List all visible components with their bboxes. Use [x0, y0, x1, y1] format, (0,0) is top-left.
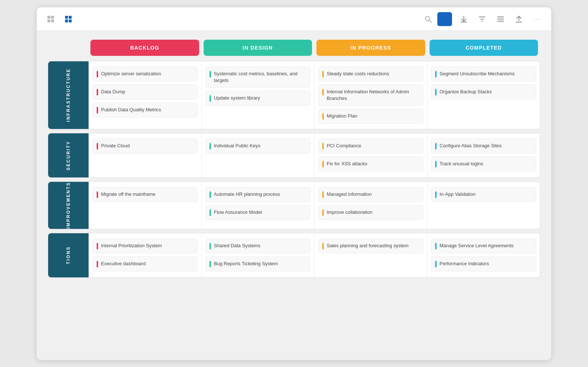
- grid-view-button[interactable]: [62, 12, 75, 26]
- card-bar: [322, 113, 324, 120]
- card-text: Shared Data Systems: [214, 242, 260, 249]
- card-bar: [435, 89, 437, 96]
- card[interactable]: Migration Plan: [318, 109, 423, 124]
- card-bar: [97, 261, 98, 267]
- card[interactable]: Improve collaboration: [318, 205, 423, 220]
- add-button[interactable]: [437, 12, 452, 26]
- cell-improvements-in-design: Automate HR planning processFlow Assuran…: [201, 182, 314, 229]
- card[interactable]: Individual Public Keys: [205, 138, 311, 154]
- card[interactable]: PCI Compliance: [318, 138, 423, 154]
- cell-infrastructure-completed: Segment Unsubscribe MechanismsOrganize B…: [427, 61, 540, 129]
- card[interactable]: Steady state costs reductions: [318, 66, 423, 82]
- card[interactable]: Fix for XSS attacks: [318, 156, 423, 172]
- card[interactable]: Update system library: [205, 91, 311, 106]
- cell-improvements-completed: In-App Validation: [427, 182, 540, 229]
- svg-rect-6: [65, 19, 68, 22]
- card[interactable]: Optimize server serialization: [93, 66, 198, 82]
- card-bar: [435, 191, 437, 198]
- row-label-tions: TIONS: [66, 246, 71, 264]
- card[interactable]: Segment Unsubscribe Mechanisms: [431, 66, 536, 82]
- app-container: ··· BACKLOG IN DESIGN IN PROGRESS COMPLE…: [37, 7, 551, 360]
- row-label-improvements: IMPROVEMENTS: [66, 182, 71, 229]
- svg-line-9: [429, 20, 431, 22]
- card-text: Track unusual logins: [440, 161, 483, 167]
- card-bar: [97, 243, 98, 249]
- card-text: Segment Unsubscribe Mechanisms: [440, 71, 514, 77]
- card[interactable]: Internal Prioritization System: [93, 238, 198, 253]
- card[interactable]: Executive dashboard: [93, 256, 198, 271]
- cell-tions-completed: Manage Service Level AgreementsPerforman…: [427, 233, 540, 277]
- more-options-button[interactable]: ···: [531, 12, 544, 26]
- column-headers: BACKLOG IN DESIGN IN PROGRESS COMPLETED: [48, 40, 540, 56]
- card[interactable]: Flow Assurance Model: [205, 205, 311, 220]
- card[interactable]: Sales planning and forecasting system: [318, 238, 423, 253]
- card-bar: [322, 89, 324, 96]
- card-text: Fix for XSS attacks: [327, 161, 368, 167]
- card-text: Improve collaboration: [327, 209, 372, 216]
- card-bar: [435, 243, 437, 249]
- col-header-completed: COMPLETED: [430, 40, 538, 56]
- card-bar: [209, 95, 211, 102]
- card-bar: [209, 71, 211, 78]
- layout-button[interactable]: [494, 12, 507, 26]
- card-bar: [322, 191, 324, 198]
- svg-rect-0: [47, 16, 50, 19]
- board-rows: INFRASTRUCTUREOptimize server serializat…: [48, 61, 540, 281]
- cell-infrastructure-backlog: Optimize server serializationData DumpPu…: [89, 61, 201, 129]
- table-view-button[interactable]: [44, 12, 57, 26]
- card-text: Migration Plan: [327, 113, 357, 119]
- board-content: BACKLOG IN DESIGN IN PROGRESS COMPLETED …: [37, 31, 551, 290]
- card-bar: [97, 191, 98, 198]
- card-text: Update system library: [214, 95, 260, 101]
- card-bar: [209, 243, 211, 249]
- card[interactable]: Performance Indicators: [431, 256, 536, 271]
- card[interactable]: Shared Data Systems: [205, 238, 311, 253]
- upload-button[interactable]: [512, 12, 526, 26]
- search-icon[interactable]: [424, 15, 432, 23]
- header-spacer: [48, 40, 88, 56]
- card-text: Data Dump: [101, 89, 125, 95]
- card-text: Steady state costs reductions: [327, 71, 389, 77]
- card[interactable]: Configure Alias Storage Sites: [431, 138, 536, 154]
- svg-rect-11: [497, 16, 504, 18]
- card-text: Manage Service Level Agreements: [440, 242, 514, 249]
- card-text: Systematic cost metrics, baselines, and …: [214, 71, 306, 84]
- card[interactable]: Track unusual logins: [431, 156, 536, 172]
- card-bar: [435, 71, 437, 78]
- card-text: Flow Assurance Model: [214, 209, 262, 216]
- card-bar: [97, 89, 98, 96]
- board-row-infrastructure: INFRASTRUCTUREOptimize server serializat…: [48, 61, 540, 129]
- card[interactable]: Publish Data Quality Metrics: [93, 102, 198, 118]
- card-text: Organize Backup Stacks: [440, 89, 492, 95]
- cell-tions-backlog: Internal Prioritization SystemExecutive …: [89, 233, 201, 277]
- filter-button[interactable]: [476, 12, 489, 26]
- card[interactable]: Managed information: [318, 187, 423, 202]
- card-bar: [97, 71, 98, 78]
- card-text: Bug Reports Ticketing System: [214, 260, 278, 267]
- board-row-improvements: IMPROVEMENTSMigrate off the mainframeAut…: [48, 181, 540, 229]
- cell-infrastructure-in-progress: Steady state costs reductionsInternal In…: [314, 61, 427, 129]
- card-text: Private Cloud: [101, 143, 130, 149]
- card[interactable]: In-App Validation: [431, 187, 536, 202]
- card-bar: [322, 209, 324, 216]
- card-text: Internal Prioritization System: [101, 242, 162, 249]
- card[interactable]: Systematic cost metrics, baselines, and …: [205, 66, 311, 88]
- card[interactable]: Migrate off the mainframe: [93, 187, 198, 202]
- card-text: Executive dashboard: [101, 260, 146, 267]
- card[interactable]: Data Dump: [93, 84, 198, 100]
- svg-rect-7: [69, 19, 72, 22]
- card[interactable]: Organize Backup Stacks: [431, 84, 536, 100]
- card[interactable]: Bug Reports Ticketing System: [205, 256, 311, 271]
- card[interactable]: Private Cloud: [93, 138, 198, 154]
- card[interactable]: Manage Service Level Agreements: [431, 238, 536, 253]
- svg-rect-2: [47, 19, 50, 22]
- download-button[interactable]: [457, 12, 470, 26]
- card-text: PCI Compliance: [327, 143, 361, 149]
- card-bar: [435, 143, 437, 150]
- svg-rect-1: [51, 16, 54, 19]
- card[interactable]: Automate HR planning process: [205, 187, 311, 202]
- card[interactable]: Internal Information Networks of Admin B…: [318, 84, 423, 106]
- card-bar: [209, 209, 211, 216]
- card-bar: [435, 161, 437, 168]
- card-text: Managed information: [327, 191, 372, 198]
